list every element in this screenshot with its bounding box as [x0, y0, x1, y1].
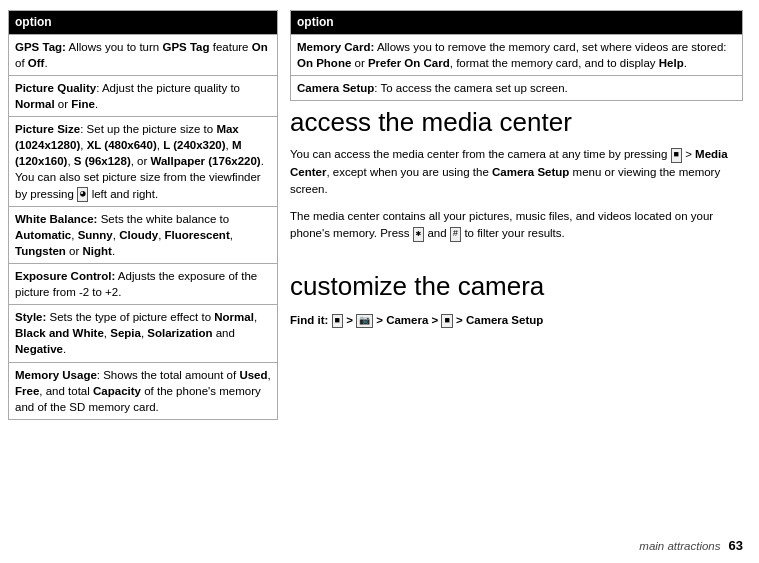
gps-tag-feature: GPS Tag	[162, 41, 209, 53]
wb-sunny: Sunny	[78, 229, 113, 241]
camera-setup-row: Camera Setup: To access the camera set u…	[291, 75, 743, 100]
memory-usage-row: Memory Usage: Shows the total amount of …	[9, 362, 278, 419]
right-table-header: option	[291, 11, 743, 35]
style-row: Style: Sets the type of picture effect t…	[9, 305, 278, 362]
left-option-table: option GPS Tag: Allows you to turn GPS T…	[8, 10, 278, 420]
picture-size-s: S (96x128)	[74, 155, 131, 167]
customize-camera-title: customize the camera	[290, 271, 743, 302]
style-bw: Black and White	[15, 327, 104, 339]
style-solarization: Solarization	[147, 327, 212, 339]
memory-on-phone: On Phone	[297, 57, 351, 69]
gps-on: On	[252, 41, 268, 53]
left-table-header: option	[9, 11, 278, 35]
find-camera-label: Camera	[386, 314, 428, 326]
right-option-table: option Memory Card: Allows you to remove…	[290, 10, 743, 101]
memory-help: Help	[659, 57, 684, 69]
picture-size-row: Picture Size: Set up the picture size to…	[9, 117, 278, 207]
find-menu-icon-2: ■	[441, 314, 452, 329]
wb-automatic: Automatic	[15, 229, 71, 241]
picture-quality-label: Picture Quality	[15, 82, 96, 94]
picture-size-l: L (240x320)	[163, 139, 225, 151]
white-balance-row: White Balance: Sets the white balance to…	[9, 206, 278, 263]
star-icon: ✱	[413, 227, 424, 242]
picture-size-xl: XL (480x640)	[87, 139, 157, 151]
picture-size-wallpaper: Wallpaper (176x220)	[151, 155, 261, 167]
picture-quality-row: Picture Quality: Adjust the picture qual…	[9, 75, 278, 116]
memory-capacity: Capacity	[93, 385, 141, 397]
memory-usage-label: Memory Usage	[15, 369, 97, 381]
picture-quality-fine: Fine	[71, 98, 95, 110]
gps-tag-row: GPS Tag: Allows you to turn GPS Tag feat…	[9, 34, 278, 75]
picture-quality-normal: Normal	[15, 98, 55, 110]
access-media-center-para2: The media center contains all your pictu…	[290, 208, 743, 243]
left-column: option GPS Tag: Allows you to turn GPS T…	[8, 10, 278, 553]
exposure-control-label: Exposure Control:	[15, 270, 115, 282]
style-sepia: Sepia	[110, 327, 141, 339]
wb-cloudy: Cloudy	[119, 229, 158, 241]
camera-setup-ref: Camera Setup	[492, 166, 569, 178]
style-negative: Negative	[15, 343, 63, 355]
wb-fluorescent: Fluorescent	[165, 229, 230, 241]
memory-used: Used	[239, 369, 267, 381]
right-wrapper: option Memory Card: Allows you to remove…	[290, 10, 743, 553]
find-it-line: Find it: ■ > 📷 > Camera > ■ > Camera Set…	[290, 314, 743, 329]
page-label: main attractions	[639, 540, 720, 552]
memory-card-row: Memory Card: Allows you to remove the me…	[291, 34, 743, 75]
style-label: Style:	[15, 311, 46, 323]
white-balance-label: White Balance:	[15, 213, 97, 225]
memory-card-label: Memory Card:	[297, 41, 374, 53]
camera-setup-label: Camera Setup	[297, 82, 374, 94]
footer: main attractions 63	[290, 530, 743, 553]
wb-tungsten: Tungsten	[15, 245, 66, 257]
find-camera-icon: 📷	[356, 314, 373, 329]
menu-icon-1: ■	[671, 148, 682, 163]
page-number: 63	[729, 538, 743, 553]
hash-icon: #	[450, 227, 461, 242]
wb-night: Night	[83, 245, 112, 257]
memory-free: Free	[15, 385, 39, 397]
style-normal: Normal	[214, 311, 254, 323]
memory-prefer-card: Prefer On Card	[368, 57, 450, 69]
find-menu-icon: ■	[332, 314, 343, 329]
picture-size-label: Picture Size	[15, 123, 80, 135]
gps-tag-label: GPS Tag:	[15, 41, 66, 53]
find-it-label: Find it:	[290, 314, 328, 326]
exposure-control-row: Exposure Control: Adjusts the exposure o…	[9, 264, 278, 305]
right-column: option Memory Card: Allows you to remove…	[290, 10, 743, 553]
nav-icon: ◕	[77, 187, 88, 202]
access-media-center-title: access the media center	[290, 107, 743, 138]
access-media-center-para1: You can access the media center from the…	[290, 146, 743, 198]
gps-off: Off	[28, 57, 45, 69]
find-camera-setup-label: Camera Setup	[466, 314, 543, 326]
